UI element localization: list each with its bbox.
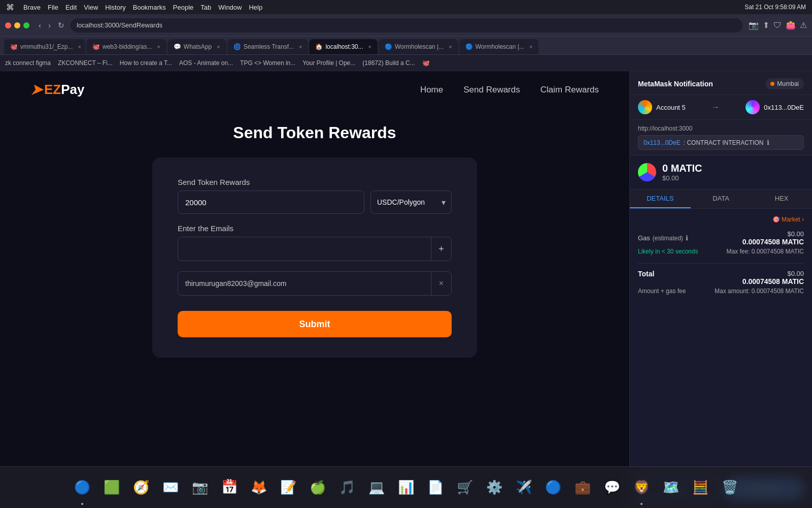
dock-notes[interactable]: 🦊 xyxy=(246,474,272,501)
bookmark-build[interactable]: (18672) Build a C... xyxy=(362,59,415,67)
dock-numbers[interactable]: 📊 xyxy=(393,474,419,501)
tab-github1[interactable]: 🐙 vmmuthu31/_Ezp... × xyxy=(4,39,85,54)
bookmark-how-to[interactable]: How to create a T... xyxy=(120,59,172,67)
bookmark-zkconnect[interactable]: ZKCONNECT – Fi... xyxy=(58,59,113,67)
form-card: Send Token Rewards USDC/Polygon ETH/Ethe… xyxy=(152,157,477,358)
dock-teams[interactable]: 💬 xyxy=(599,474,625,501)
menu-bookmarks[interactable]: Bookmarks xyxy=(133,4,166,11)
back-button[interactable]: ‹ xyxy=(37,20,43,31)
tab-wormhole2[interactable]: 🔵 Wormholescan |... × xyxy=(459,39,539,54)
dock-brave[interactable]: 🦁 xyxy=(628,474,655,501)
dock-macbook[interactable]: 💻 xyxy=(363,474,390,501)
email-input[interactable] xyxy=(178,237,431,261)
tab-label: localhost:30... xyxy=(325,43,363,50)
mm-tab-details[interactable]: DETAILS xyxy=(630,189,691,208)
email-tag-remove-button[interactable]: × xyxy=(431,272,451,295)
mm-max-fee: Max fee: 0.00074508 MATIC xyxy=(726,248,804,255)
mm-tab-hex[interactable]: HEX xyxy=(751,189,812,208)
mm-gas-info-icon[interactable]: ℹ xyxy=(686,234,688,242)
tab-whatsapp[interactable]: 💬 WhatsApp × xyxy=(167,39,226,54)
token-amount-input[interactable] xyxy=(178,190,364,214)
dock-launchpad[interactable]: 🟩 xyxy=(98,474,125,501)
menu-people[interactable]: People xyxy=(173,4,193,11)
dock-maps[interactable]: 🗺️ xyxy=(658,474,684,501)
dock-mail[interactable]: ✉️ xyxy=(157,474,184,501)
dock-app-store2[interactable]: 🛒 xyxy=(452,474,478,501)
tab-label: Seamless Transf... xyxy=(244,43,294,50)
mm-market-link[interactable]: 🎯 Market › xyxy=(638,216,804,223)
bookmark-tpg[interactable]: TPG <> Women in... xyxy=(240,59,295,67)
logo-arrow-icon: ➤ xyxy=(30,81,42,98)
mm-account-from[interactable]: Account 5 xyxy=(638,100,686,114)
shield-icon[interactable]: 🛡 xyxy=(773,21,782,30)
tab-close-icon[interactable]: × xyxy=(449,44,452,50)
nav-home[interactable]: Home xyxy=(420,85,443,95)
dock-photos[interactable]: 📷 xyxy=(187,474,213,501)
tab-close-icon[interactable]: × xyxy=(217,44,220,50)
token-select[interactable]: USDC/Polygon ETH/Ethereum MATIC/Polygon xyxy=(370,190,452,214)
address-bar[interactable]: localhost:3000/SendRewards xyxy=(71,18,742,33)
dock-outlook[interactable]: 💼 xyxy=(569,474,596,501)
menu-help[interactable]: Help xyxy=(249,4,262,11)
mm-balance-info: 0 MATIC $0.00 xyxy=(662,163,702,182)
dock-safari[interactable]: 🧭 xyxy=(128,474,154,501)
nav-buttons: ‹ › ↻ xyxy=(37,20,66,31)
cast-icon[interactable]: 📷 xyxy=(749,20,759,30)
tab-close-icon[interactable]: × xyxy=(529,44,532,50)
dock-vscode[interactable]: 🔵 xyxy=(540,474,566,501)
dock-pages[interactable]: 📄 xyxy=(422,474,449,501)
dock-calendar[interactable]: 21📅 xyxy=(216,474,243,501)
menu-window[interactable]: Window xyxy=(218,4,242,11)
tab-seamless[interactable]: 🌀 Seamless Transf... × xyxy=(227,39,309,54)
mm-details-content: 🎯 Market › Gas (estimated) ℹ $0.00 0.000… xyxy=(630,209,812,469)
bookmark-profile[interactable]: Your Profile | Ope... xyxy=(302,59,355,67)
menu-view[interactable]: View xyxy=(84,4,98,11)
minimize-button[interactable] xyxy=(14,22,20,28)
apple-menu[interactable]: ⌘ xyxy=(6,3,14,12)
dock-settings[interactable]: ⚙️ xyxy=(481,474,507,501)
menu-file[interactable]: File xyxy=(48,4,58,11)
bookmark-zk-figma[interactable]: zk connect figma xyxy=(5,59,51,67)
alert-icon[interactable]: ⚠ xyxy=(800,20,807,30)
reload-button[interactable]: ↻ xyxy=(56,20,66,31)
bookmark-github-icon[interactable]: 🐙 xyxy=(422,59,430,67)
tab-label: web3-bidding/as... xyxy=(103,43,152,50)
forward-button[interactable]: › xyxy=(46,20,53,31)
dock-music[interactable]: 🎵 xyxy=(334,474,360,501)
tab-wormhole1[interactable]: 🔵 Wormholescan |... × xyxy=(379,39,458,54)
mm-tab-data[interactable]: DATA xyxy=(691,189,752,208)
tab-github2[interactable]: 🐙 web3-bidding/as... × xyxy=(86,39,166,54)
dock-appstore[interactable]: 🍏 xyxy=(304,474,331,501)
menu-tab[interactable]: Tab xyxy=(200,4,211,11)
bookmark-aos[interactable]: AOS - Animate on... xyxy=(179,59,233,67)
nav-claim-rewards[interactable]: Claim Rewards xyxy=(540,85,599,95)
mm-network-badge[interactable]: Mumbai xyxy=(765,78,804,89)
tab-close-icon[interactable]: × xyxy=(157,44,160,50)
dock-finder[interactable]: 🔵 xyxy=(69,474,95,501)
tab-close-icon[interactable]: × xyxy=(78,44,81,50)
dock-telegram[interactable]: ✈️ xyxy=(511,474,537,501)
submit-button[interactable]: Submit xyxy=(178,311,452,337)
close-button[interactable] xyxy=(5,22,11,28)
email-add-button[interactable]: + xyxy=(431,237,451,261)
tab-close-icon[interactable]: × xyxy=(299,44,302,50)
nav-send-rewards[interactable]: Send Rewards xyxy=(463,85,520,95)
dock-reminders[interactable]: 📝 xyxy=(275,474,301,501)
tab-localhost-active[interactable]: 🏠 localhost:30... × xyxy=(309,39,377,54)
share-icon[interactable]: ⬆ xyxy=(763,20,769,30)
menu-edit[interactable]: Edit xyxy=(65,4,77,11)
mm-total-label: Total xyxy=(638,270,654,285)
mm-account-to[interactable]: 0x113...0DeE xyxy=(746,100,804,114)
mm-info-icon[interactable]: ℹ xyxy=(767,139,769,146)
wallet-icon[interactable]: 👛 xyxy=(786,20,796,30)
maximize-button[interactable] xyxy=(23,22,29,28)
mm-balance-amount: 0 MATIC xyxy=(662,163,702,174)
dock-calculator[interactable]: 🧮 xyxy=(687,474,714,501)
mm-gas-header: Gas (estimated) ℹ $0.00 0.00074508 MATIC xyxy=(638,230,804,246)
chrome-toolbar: ‹ › ↻ localhost:3000/SendRewards 📷 ⬆ 🛡 👛… xyxy=(0,14,812,37)
menu-brave[interactable]: Brave xyxy=(23,4,41,11)
dock-trash[interactable]: 🗑️ xyxy=(717,474,743,501)
mm-gas-text: Gas xyxy=(638,234,650,242)
menu-history[interactable]: History xyxy=(105,4,125,11)
tab-close-icon[interactable]: × xyxy=(368,44,371,50)
